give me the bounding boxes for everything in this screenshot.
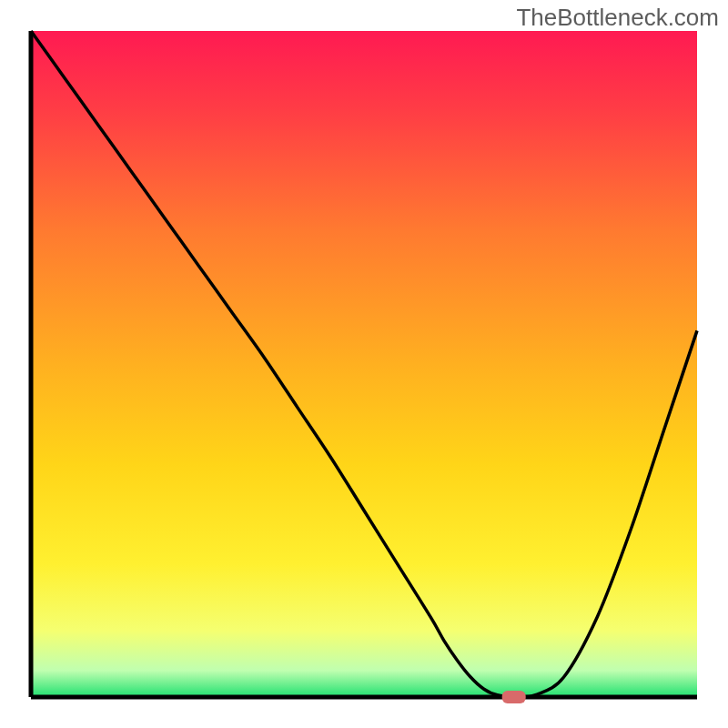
bottleneck-chart — [0, 0, 728, 728]
watermark-text: TheBottleneck.com — [516, 4, 719, 32]
chart-container: TheBottleneck.com — [0, 0, 728, 728]
plot-background — [31, 31, 697, 697]
optimal-marker — [502, 691, 526, 703]
